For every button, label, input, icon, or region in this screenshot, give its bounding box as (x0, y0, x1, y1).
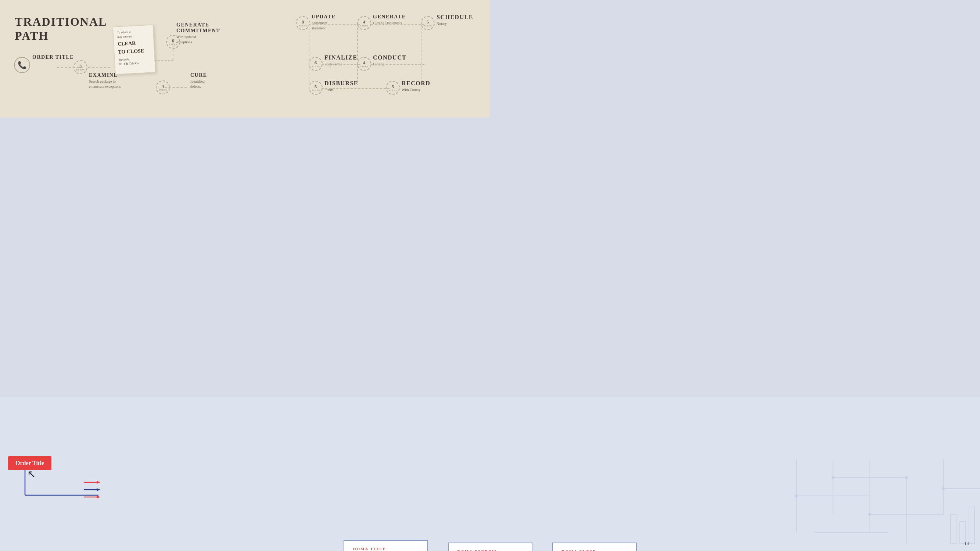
path-v-right-3 (421, 24, 422, 83)
traditional-path-section: TRADITIONAL PATH 📞 ORDER TITLE 3 STEPS E… (0, 0, 490, 118)
path-v-right-1 (309, 24, 309, 83)
path-line-1 (57, 67, 83, 68)
generate-commitment-node: GENERATECOMMITMENT With updatedexception… (177, 22, 220, 45)
disburse-node: DISBURSE Funds (325, 80, 358, 92)
letter-document: To whom it may concern: CLEAR TO CLOSE S… (113, 25, 156, 75)
order-title-node: ORDER TITLE (32, 54, 74, 60)
steps-badge-record: 5 STEPS (386, 81, 400, 95)
steps-badge-4d: 4 STEPS (357, 57, 371, 71)
update-node: UPDATE Settlementstatement (312, 14, 336, 31)
steps-badge-6b: 6 STEPS (309, 57, 323, 71)
torn-edge (0, 110, 490, 118)
path-line-3 (165, 87, 187, 88)
path-line-2 (88, 67, 110, 68)
traditional-path-title: TRADITIONAL PATH (15, 15, 107, 43)
path-v-right-2 (357, 24, 358, 83)
phone-icon: 📞 (14, 57, 30, 73)
cure-node: CURE Identifieddefects (190, 72, 207, 89)
path-h-3 (154, 60, 173, 60)
steps-badge-8: 8 STEPS (296, 16, 310, 30)
steps-badge-5b: 5 STEPS (309, 81, 323, 95)
examine-node: EXAMINE Search package toenumerate excep… (89, 72, 121, 89)
path-bot-1 (321, 88, 390, 89)
path-top-1 (309, 24, 360, 25)
schedule-node: SCHEDULE Notary (436, 14, 473, 27)
path-mid-2 (371, 64, 425, 65)
steps-badge-5a: 5 STEPS (421, 16, 435, 30)
steps-badge-4c: 4 STEPS (357, 16, 371, 30)
path-v-1 (173, 41, 173, 60)
record-node: RECORD With County (402, 80, 430, 92)
path-mid-1 (321, 64, 360, 65)
path-top-2 (371, 24, 425, 25)
